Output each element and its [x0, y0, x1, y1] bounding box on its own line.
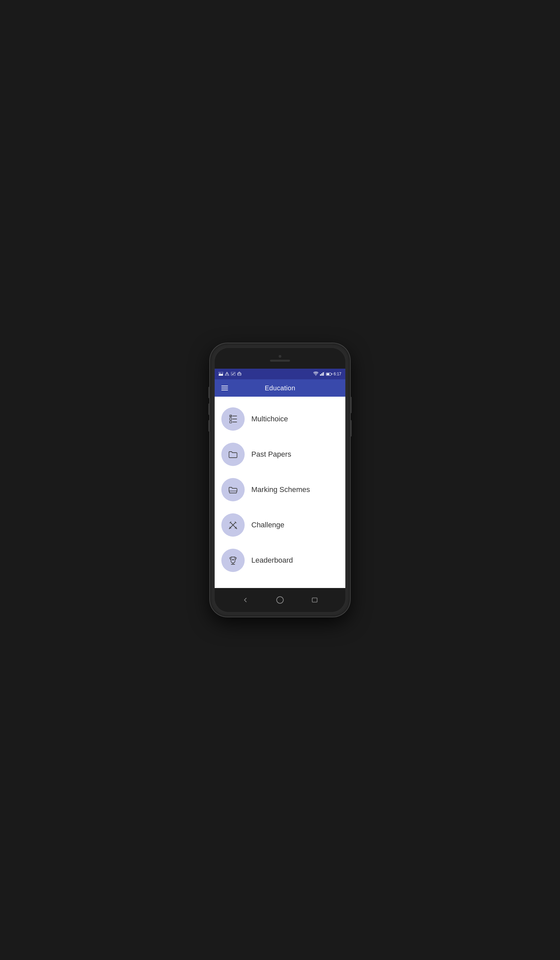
hamburger-line-1 [221, 386, 228, 386]
challenge-icon-circle [221, 514, 245, 537]
svg-rect-15 [230, 421, 232, 423]
svg-point-26 [277, 597, 283, 603]
leaderboard-icon-circle [221, 549, 245, 572]
menu-item-multichoice[interactable]: Multichoice [221, 402, 339, 436]
marking-schemes-label: Marking Schemes [251, 485, 310, 494]
wifi-status-icon [313, 372, 318, 376]
app-bar: Education [215, 379, 345, 397]
menu-item-marking-schemes[interactable]: Marking Schemes [221, 473, 339, 507]
home-icon [276, 596, 284, 604]
svg-rect-27 [312, 598, 317, 602]
svg-rect-2 [227, 373, 227, 375]
svg-rect-7 [322, 373, 322, 376]
past-papers-icon-circle [221, 443, 245, 466]
top-bezel [215, 348, 345, 369]
menu-item-leaderboard[interactable]: Leaderboard [221, 543, 339, 578]
leaderboard-label: Leaderboard [251, 556, 293, 565]
front-camera [279, 355, 281, 358]
multichoice-icon-circle [221, 407, 245, 430]
hamburger-menu-button[interactable] [220, 384, 229, 392]
earpiece-speaker [270, 360, 290, 362]
menu-item-challenge[interactable]: Challenge [221, 508, 339, 542]
image-status-icon [219, 372, 223, 376]
svg-rect-9 [324, 372, 324, 376]
app-bar-title: Education [229, 384, 331, 392]
svg-rect-8 [323, 372, 324, 376]
multichoice-icon [227, 413, 239, 425]
svg-rect-12 [232, 422, 237, 422]
signal-status-icon [320, 372, 324, 376]
svg-rect-4 [231, 372, 235, 376]
back-nav-button[interactable] [242, 596, 249, 604]
trophy-icon [227, 554, 239, 566]
back-icon [242, 596, 249, 604]
phone-device: 6:17 Education [210, 343, 350, 617]
warning-status-icon [225, 372, 229, 376]
status-bar-right: 6:17 [313, 372, 341, 376]
multichoice-label: Multichoice [251, 414, 288, 423]
bottom-nav-bar [215, 588, 345, 612]
home-nav-button[interactable] [276, 596, 284, 604]
menu-item-past-papers[interactable]: Past Papers [221, 437, 339, 471]
main-content: Multichoice Past Papers [215, 397, 345, 588]
status-bar-left [219, 372, 242, 376]
time-display: 6:17 [334, 372, 341, 376]
folder-icon [227, 448, 239, 460]
svg-point-3 [227, 375, 227, 375]
status-bar: 6:17 [215, 369, 345, 379]
svg-rect-10 [232, 416, 237, 416]
svg-rect-14 [230, 418, 232, 420]
recent-nav-button[interactable] [311, 596, 318, 604]
marking-schemes-icon-circle [221, 478, 245, 501]
bag-status-icon [237, 372, 242, 376]
swords-icon [227, 519, 239, 531]
folder-open-icon [227, 484, 239, 496]
screen: 6:17 Education [215, 369, 345, 588]
svg-rect-6 [320, 374, 321, 376]
hamburger-line-3 [221, 390, 228, 390]
hamburger-line-2 [221, 388, 228, 388]
challenge-label: Challenge [251, 521, 284, 530]
svg-rect-11 [232, 419, 237, 419]
recent-icon [311, 596, 318, 604]
phone-screen-wrapper: 6:17 Education [215, 348, 345, 612]
check-status-icon [231, 372, 235, 376]
past-papers-label: Past Papers [251, 450, 291, 459]
battery-status-icon [326, 373, 331, 376]
